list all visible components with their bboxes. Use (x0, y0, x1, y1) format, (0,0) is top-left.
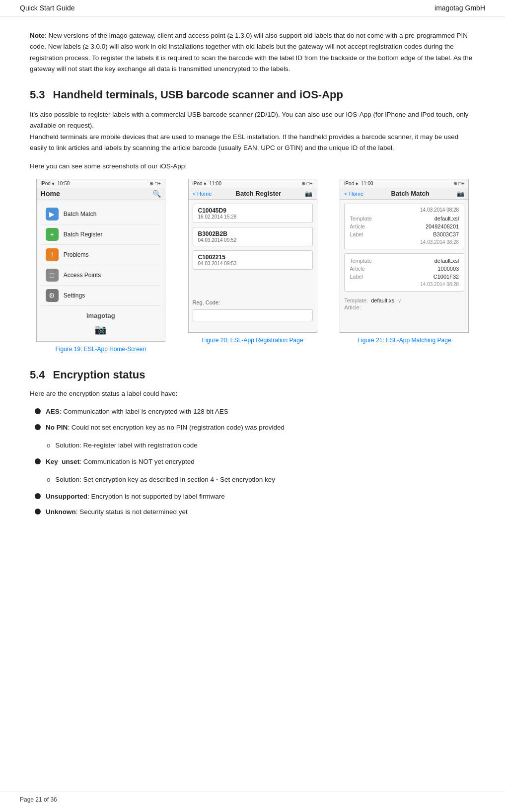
keyunset-bold: Key unset (46, 458, 79, 465)
match-date-1: 14.03.2014 08:28 (350, 207, 459, 213)
back-button-3[interactable]: < Home (344, 191, 363, 197)
note-label: Note (30, 32, 45, 39)
header-left: Quick Start Guide (20, 4, 75, 12)
batch-code-3: C1002215 (198, 254, 307, 261)
batch-date-1: 16.02.2014 15:28 (198, 214, 307, 220)
reg-code-area: Reg. Code: (193, 299, 313, 321)
screenshot-frame-3: iPod ♦ 11:00 ⊕ □+ < Home Batch Match 📷 1… (340, 179, 469, 333)
header-right: imagotag GmbH (434, 4, 485, 12)
nopin-text: No PIN: Could not set encryption key as … (46, 422, 285, 433)
match-row-template-2: Template default.xsl (350, 257, 459, 265)
menu-item-batchmatch[interactable]: ▶ Batch Match (41, 204, 161, 224)
bullet-dot-nopin (35, 424, 41, 430)
settings-label: Settings (64, 292, 85, 299)
screenshot-frame-2: iPod ♦ 11:00 ⊕ □+ < Home Batch Register … (188, 179, 317, 333)
section-53-heading: 5.3Handheld terminals, USB barcode scann… (30, 88, 475, 101)
match-article-footer: Article: (344, 303, 464, 311)
nav-bar-3: < Home Batch Match 📷 (340, 188, 468, 200)
page-header: Quick Start Guide imagotag GmbH (0, 0, 505, 16)
status-right-3: ⊕ □+ (453, 181, 465, 186)
list-item-unsupported: Unsupported: Encryption is not supported… (35, 491, 475, 502)
batch-item-1: C10045D9 16.02.2014 15:28 (193, 204, 313, 223)
aes-bold: AES (46, 408, 60, 415)
screenshots-caption: Here you can see some screenshots of our… (30, 162, 475, 170)
camera-icon-2: 📷 (305, 190, 312, 197)
match-section-2: Template default.xsl Article 1000003 Lab… (344, 253, 464, 292)
section-54-number: 5.4 (30, 369, 45, 381)
footer-page-num: Page 21 of 36 (20, 796, 57, 803)
encryption-list: AES: Communication with label is encrypt… (30, 406, 475, 517)
accesspoints-icon: □ (46, 269, 59, 282)
section-54-heading: 5.4Encryption status (30, 369, 475, 381)
status-bar-1: iPod ♦ 10:58 ⊕ □+ (37, 179, 165, 188)
unknown-text: Unknown: Security status is not determin… (46, 507, 188, 517)
keyunset-solution-text: Solution: Set encryption key as describe… (55, 474, 275, 485)
batch-date-2: 04.03.2014 09:52 (198, 237, 307, 243)
settings-icon: ⚙ (46, 289, 59, 302)
home-footer-logo: imagotag (41, 306, 161, 321)
accesspoints-label: Access Points (64, 272, 101, 279)
list-item-unknown: Unknown: Security status is not determin… (35, 507, 475, 517)
batch-code-1: C10045D9 (198, 207, 307, 214)
search-icon[interactable]: 🔍 (152, 190, 161, 198)
nopin-main-row: No PIN: Could not set encryption key as … (35, 422, 285, 433)
nopin-bold: No PIN (46, 424, 68, 431)
back-button-2[interactable]: < Home (193, 191, 212, 197)
sub-bullet-o-2: o (47, 475, 50, 485)
note-text: : New versions of the imago gateway, cli… (30, 32, 472, 73)
match-row-article-1: Article 20492408201 (350, 222, 459, 230)
match-section-1: 14.03.2014 08:28 Template default.xsl Ar… (344, 204, 464, 249)
batchmatch-icon: ▶ (46, 208, 59, 221)
list-item-nopin: No PIN: Could not set encryption key as … (35, 422, 475, 451)
figure-21-caption: Figure 21: ESL-App Matching Page (358, 337, 451, 344)
bullet-dot-unknown (35, 509, 41, 515)
match-row-label-2: Label C1001F32 (350, 273, 459, 281)
bullet-dot-unsupported (35, 493, 41, 499)
batchregister-label: Batch Register (64, 231, 103, 238)
list-item-keyunset: Key unset: Communication is NOT yet encr… (35, 456, 475, 486)
status-left-1: iPod ♦ 10:58 (41, 181, 70, 186)
aes-text: AES: Communication with label is encrypt… (46, 406, 228, 417)
bullet-dot-aes (35, 408, 41, 414)
phone-body-3: 14.03.2014 08:28 Template default.xsl Ar… (340, 200, 468, 315)
batch-code-2: B3002B2B (198, 230, 307, 237)
match-row-article-2: Article 1000003 (350, 265, 459, 273)
match-row-date-label-2: 14.03.2014 08:28 (350, 281, 459, 288)
nav-title-3: Batch Match (391, 190, 429, 197)
status-right-2: ⊕ □+ (301, 181, 313, 186)
phone-body-1: ▶ Batch Match + Batch Register ! (37, 200, 165, 341)
figure-20-caption: Figure 20: ESL-App Registration Page (202, 337, 303, 344)
menu-item-batchregister[interactable]: + Batch Register (41, 224, 161, 245)
batch-date-3: 04.03.2014 09:53 (198, 261, 307, 266)
problems-label: Problems (64, 251, 89, 258)
status-left-2: iPod ♦ 11:00 (193, 181, 221, 186)
problems-icon: ! (46, 248, 59, 261)
keyunset-solution: o Solution: Set encryption key as descri… (47, 474, 275, 485)
menu-item-problems[interactable]: ! Problems (41, 245, 161, 265)
match-row-label-1: Label B3003C37 (350, 230, 459, 238)
section-53-number: 5.3 (30, 88, 45, 101)
menu-item-settings[interactable]: ⚙ Settings (41, 286, 161, 306)
reg-code-input[interactable] (193, 309, 313, 321)
match-row-date-label-1: 14.03.2014 08:28 (350, 238, 459, 246)
keyunset-sublist: o Solution: Set encryption key as descri… (35, 474, 275, 486)
status-left-3: iPod ♦ 11:00 (344, 181, 373, 186)
section-53-title: Handheld terminals, USB barcode scanner … (53, 88, 343, 101)
home-title: Home (41, 190, 60, 198)
batchmatch-label: Batch Match (64, 211, 97, 218)
camera-icon-3: 📷 (457, 190, 464, 197)
screenshot-col-2: iPod ♦ 11:00 ⊕ □+ < Home Batch Register … (182, 179, 324, 344)
screenshot-frame-1: iPod ♦ 10:58 ⊕ □+ Home 🔍 ▶ Batch Match (36, 179, 165, 342)
home-camera: 📷 (41, 321, 161, 337)
match-footer: Template: default.xsl ∨ (344, 295, 464, 303)
screenshots-row: iPod ♦ 10:58 ⊕ □+ Home 🔍 ▶ Batch Match (30, 179, 475, 353)
phone-body-2: C10045D9 16.02.2014 15:28 B3002B2B 04.03… (189, 200, 317, 329)
batch-item-2: B3002B2B 04.03.2014 09:52 (193, 227, 313, 246)
figure-19-caption: Figure 19: ESL-App Home-Screen (55, 346, 146, 353)
menu-item-accesspoints[interactable]: □ Access Points (41, 265, 161, 286)
unknown-bold: Unknown (46, 508, 76, 516)
section-53-intro1: It's also possible to register labels wi… (30, 109, 475, 153)
bullet-dot-keyunset (35, 458, 41, 464)
status-bar-3: iPod ♦ 11:00 ⊕ □+ (340, 179, 468, 188)
match-template-footer: Template: default.xsl ∨ (344, 297, 401, 303)
